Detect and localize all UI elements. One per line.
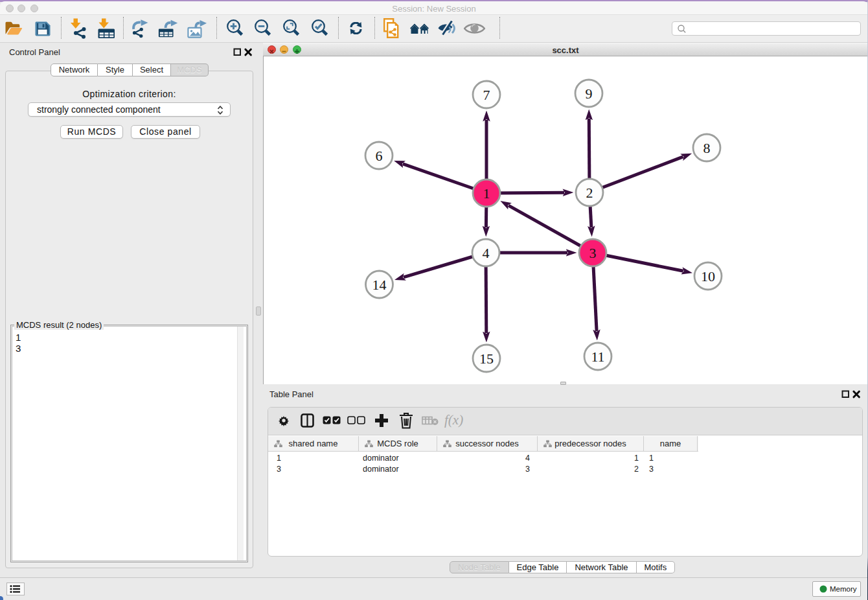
svg-text:15: 15 [479,351,494,367]
svg-text:9: 9 [586,86,593,102]
svg-text:3: 3 [589,245,597,261]
svg-text:11: 11 [591,349,604,365]
svg-text:7: 7 [483,87,490,103]
svg-text:1: 1 [483,185,490,202]
svg-text:4: 4 [483,245,490,261]
svg-text:6: 6 [376,148,383,164]
svg-text:10: 10 [701,268,715,284]
svg-text:2: 2 [586,185,593,201]
svg-text:8: 8 [703,140,711,156]
svg-text:14: 14 [372,277,387,293]
